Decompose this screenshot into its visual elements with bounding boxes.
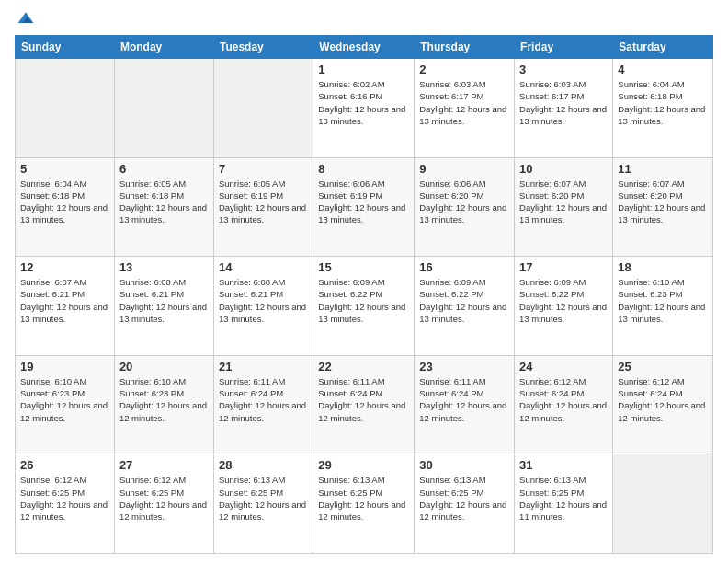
day-info: Sunrise: 6:12 AMSunset: 6:24 PMDaylight:… (618, 375, 708, 424)
day-info: Sunrise: 6:12 AMSunset: 6:24 PMDaylight:… (519, 375, 608, 424)
day-info: Sunrise: 6:10 AMSunset: 6:23 PMDaylight:… (20, 375, 109, 424)
day-number: 4 (618, 63, 708, 76)
day-info: Sunrise: 6:08 AMSunset: 6:21 PMDaylight:… (119, 276, 209, 325)
day-number: 15 (318, 260, 409, 274)
calendar-cell (16, 59, 115, 158)
calendar-cell: 16Sunrise: 6:09 AMSunset: 6:22 PMDayligh… (415, 257, 515, 356)
calendar-cell: 2Sunrise: 6:03 AMSunset: 6:17 PMDaylight… (415, 59, 515, 158)
day-number: 13 (119, 260, 209, 274)
calendar-cell: 18Sunrise: 6:10 AMSunset: 6:23 PMDayligh… (613, 257, 713, 356)
day-number: 19 (20, 360, 109, 373)
day-number: 31 (519, 458, 608, 472)
calendar-cell: 5Sunrise: 6:04 AMSunset: 6:18 PMDaylight… (16, 157, 115, 257)
day-info: Sunrise: 6:07 AMSunset: 6:20 PMDaylight:… (618, 178, 708, 226)
day-info: Sunrise: 6:06 AMSunset: 6:19 PMDaylight:… (318, 178, 409, 226)
calendar-cell: 31Sunrise: 6:13 AMSunset: 6:25 PMDayligh… (515, 454, 613, 554)
day-number: 23 (419, 360, 509, 373)
day-info: Sunrise: 6:09 AMSunset: 6:22 PMDaylight:… (519, 276, 608, 325)
calendar-cell: 4Sunrise: 6:04 AMSunset: 6:18 PMDaylight… (613, 59, 713, 158)
day-info: Sunrise: 6:09 AMSunset: 6:22 PMDaylight:… (419, 276, 509, 325)
weekday-header: Saturday (613, 36, 713, 59)
calendar-week-row: 1Sunrise: 6:02 AMSunset: 6:16 PMDaylight… (16, 59, 713, 158)
day-number: 7 (219, 162, 308, 176)
day-info: Sunrise: 6:13 AMSunset: 6:25 PMDaylight:… (419, 474, 509, 523)
day-info: Sunrise: 6:03 AMSunset: 6:17 PMDaylight:… (519, 78, 608, 127)
day-info: Sunrise: 6:05 AMSunset: 6:18 PMDaylight:… (119, 178, 209, 226)
day-number: 30 (419, 458, 509, 472)
day-number: 14 (219, 260, 308, 274)
calendar-cell: 28Sunrise: 6:13 AMSunset: 6:25 PMDayligh… (213, 454, 313, 554)
page: SundayMondayTuesdayWednesdayThursdayFrid… (0, 0, 728, 563)
day-number: 27 (119, 458, 209, 472)
calendar-week-row: 19Sunrise: 6:10 AMSunset: 6:23 PMDayligh… (16, 355, 713, 454)
day-info: Sunrise: 6:10 AMSunset: 6:23 PMDaylight:… (119, 375, 209, 424)
day-info: Sunrise: 6:02 AMSunset: 6:16 PMDaylight:… (318, 78, 409, 127)
day-number: 10 (519, 162, 608, 176)
calendar-cell (213, 59, 313, 158)
day-number: 26 (20, 458, 109, 472)
day-info: Sunrise: 6:04 AMSunset: 6:18 PMDaylight:… (20, 178, 109, 226)
day-number: 20 (119, 360, 209, 373)
calendar-cell: 13Sunrise: 6:08 AMSunset: 6:21 PMDayligh… (114, 257, 213, 356)
calendar-week-row: 5Sunrise: 6:04 AMSunset: 6:18 PMDaylight… (16, 157, 713, 257)
calendar-cell: 9Sunrise: 6:06 AMSunset: 6:20 PMDaylight… (415, 157, 515, 257)
weekday-header: Wednesday (313, 36, 415, 59)
day-number: 8 (318, 162, 409, 176)
logo (15, 9, 35, 28)
day-number: 25 (618, 360, 708, 373)
weekday-header: Sunday (16, 36, 115, 59)
calendar-week-row: 26Sunrise: 6:12 AMSunset: 6:25 PMDayligh… (16, 454, 713, 554)
day-info: Sunrise: 6:09 AMSunset: 6:22 PMDaylight:… (318, 276, 409, 325)
day-number: 11 (618, 162, 708, 176)
calendar-cell: 27Sunrise: 6:12 AMSunset: 6:25 PMDayligh… (114, 454, 213, 554)
calendar-cell: 14Sunrise: 6:08 AMSunset: 6:21 PMDayligh… (213, 257, 313, 356)
day-info: Sunrise: 6:03 AMSunset: 6:17 PMDaylight:… (419, 78, 509, 127)
day-info: Sunrise: 6:12 AMSunset: 6:25 PMDaylight:… (20, 474, 109, 523)
calendar-cell: 23Sunrise: 6:11 AMSunset: 6:24 PMDayligh… (415, 355, 515, 454)
calendar: SundayMondayTuesdayWednesdayThursdayFrid… (15, 35, 713, 554)
calendar-cell: 12Sunrise: 6:07 AMSunset: 6:21 PMDayligh… (16, 257, 115, 356)
day-info: Sunrise: 6:07 AMSunset: 6:20 PMDaylight:… (519, 178, 608, 226)
calendar-cell: 8Sunrise: 6:06 AMSunset: 6:19 PMDaylight… (313, 157, 415, 257)
weekday-header: Thursday (415, 36, 515, 59)
day-info: Sunrise: 6:13 AMSunset: 6:25 PMDaylight:… (318, 474, 409, 523)
calendar-cell: 3Sunrise: 6:03 AMSunset: 6:17 PMDaylight… (515, 59, 613, 158)
calendar-week-row: 12Sunrise: 6:07 AMSunset: 6:21 PMDayligh… (16, 257, 713, 356)
day-number: 17 (519, 260, 608, 274)
day-number: 18 (618, 260, 708, 274)
day-info: Sunrise: 6:11 AMSunset: 6:24 PMDaylight:… (318, 375, 409, 424)
day-number: 2 (419, 63, 509, 76)
day-number: 9 (419, 162, 509, 176)
day-number: 3 (519, 63, 608, 76)
calendar-cell: 19Sunrise: 6:10 AMSunset: 6:23 PMDayligh… (16, 355, 115, 454)
calendar-cell: 29Sunrise: 6:13 AMSunset: 6:25 PMDayligh… (313, 454, 415, 554)
weekday-header: Friday (515, 36, 613, 59)
calendar-cell: 20Sunrise: 6:10 AMSunset: 6:23 PMDayligh… (114, 355, 213, 454)
day-number: 16 (419, 260, 509, 274)
day-info: Sunrise: 6:07 AMSunset: 6:21 PMDaylight:… (20, 276, 109, 325)
day-number: 22 (318, 360, 409, 373)
day-info: Sunrise: 6:06 AMSunset: 6:20 PMDaylight:… (419, 178, 509, 226)
day-number: 1 (318, 63, 409, 76)
day-info: Sunrise: 6:04 AMSunset: 6:18 PMDaylight:… (618, 78, 708, 127)
day-info: Sunrise: 6:11 AMSunset: 6:24 PMDaylight:… (219, 375, 308, 424)
calendar-cell: 6Sunrise: 6:05 AMSunset: 6:18 PMDaylight… (114, 157, 213, 257)
day-number: 29 (318, 458, 409, 472)
day-info: Sunrise: 6:13 AMSunset: 6:25 PMDaylight:… (519, 474, 608, 523)
calendar-cell: 21Sunrise: 6:11 AMSunset: 6:24 PMDayligh… (213, 355, 313, 454)
logo-icon (17, 9, 35, 28)
calendar-cell: 7Sunrise: 6:05 AMSunset: 6:19 PMDaylight… (213, 157, 313, 257)
calendar-cell: 10Sunrise: 6:07 AMSunset: 6:20 PMDayligh… (515, 157, 613, 257)
day-number: 6 (119, 162, 209, 176)
calendar-cell: 24Sunrise: 6:12 AMSunset: 6:24 PMDayligh… (515, 355, 613, 454)
calendar-cell: 30Sunrise: 6:13 AMSunset: 6:25 PMDayligh… (415, 454, 515, 554)
weekday-header-row: SundayMondayTuesdayWednesdayThursdayFrid… (16, 36, 713, 59)
calendar-cell: 15Sunrise: 6:09 AMSunset: 6:22 PMDayligh… (313, 257, 415, 356)
calendar-cell: 11Sunrise: 6:07 AMSunset: 6:20 PMDayligh… (613, 157, 713, 257)
day-number: 5 (20, 162, 109, 176)
calendar-cell (613, 454, 713, 554)
day-info: Sunrise: 6:12 AMSunset: 6:25 PMDaylight:… (119, 474, 209, 523)
calendar-cell: 22Sunrise: 6:11 AMSunset: 6:24 PMDayligh… (313, 355, 415, 454)
day-info: Sunrise: 6:08 AMSunset: 6:21 PMDaylight:… (219, 276, 308, 325)
day-number: 28 (219, 458, 308, 472)
